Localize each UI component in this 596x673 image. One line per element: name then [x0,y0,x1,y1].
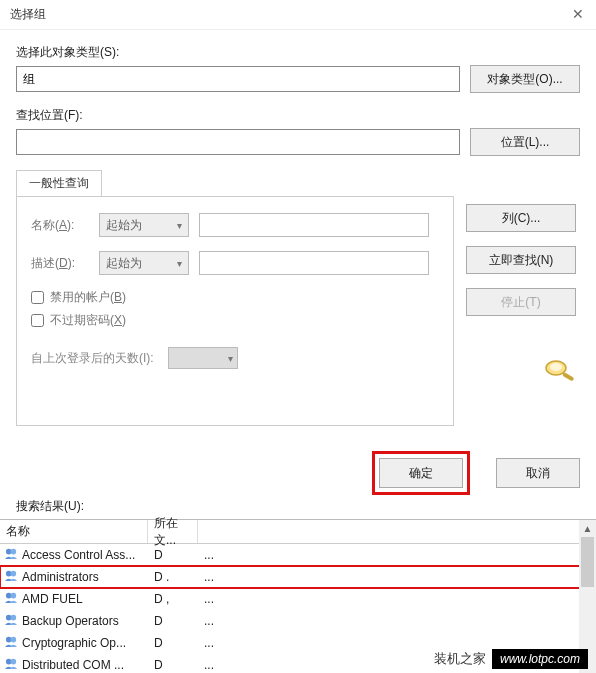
watermark: 装机之家 www.lotpc.com [434,649,588,669]
titlebar: 选择组 ✕ [0,0,596,30]
cell-name: Administrators [0,569,148,585]
cell-dots: ... [198,592,220,606]
group-icon [4,635,19,651]
tab-general-query[interactable]: 一般性查询 [16,170,102,196]
svg-point-4 [11,549,17,555]
find-now-button[interactable]: 立即查找(N) [466,246,576,274]
table-row[interactable]: AdministratorsD .... [0,566,596,588]
name-search-input[interactable] [199,213,429,237]
group-icon [4,591,19,607]
svg-point-12 [11,637,17,643]
desc-match-select[interactable]: 起始为 ▾ [99,251,189,275]
group-icon [4,569,19,585]
cell-dots: ... [198,548,220,562]
column-header-name[interactable]: 名称 [0,520,148,543]
scroll-up-icon[interactable]: ▲ [579,520,596,537]
table-row[interactable]: Backup OperatorsD... [0,610,596,632]
cell-name: Access Control Ass... [0,547,148,563]
svg-point-8 [11,593,17,599]
cell-name: Distributed COM ... [0,657,148,673]
disabled-accounts-checkbox[interactable] [31,291,44,304]
stop-button[interactable]: 停止(T) [466,288,576,316]
svg-point-10 [11,615,17,621]
disabled-accounts-label: 禁用的帐户(B) [50,289,126,306]
object-type-label: 选择此对象类型(S): [16,44,580,61]
chevron-down-icon: ▾ [177,220,182,231]
column-header-folder[interactable]: 所在文... [148,520,198,543]
cell-name: Backup Operators [0,613,148,629]
cell-name: AMD FUEL [0,591,148,607]
name-field-label: 名称(A): [31,217,89,234]
description-search-input[interactable] [199,251,429,275]
cell-folder: D [148,636,198,650]
cell-dots: ... [198,614,220,628]
ok-button[interactable]: 确定 [379,458,463,488]
days-since-logon-select[interactable]: ▾ [168,347,238,369]
svg-point-14 [11,659,17,665]
close-icon[interactable]: ✕ [572,6,584,22]
name-match-select[interactable]: 起始为 ▾ [99,213,189,237]
description-field-label: 描述(D): [31,255,89,272]
locations-button[interactable]: 位置(L)... [470,128,580,156]
object-types-button[interactable]: 对象类型(O)... [470,65,580,93]
watermark-url: www.lotpc.com [492,649,588,669]
ok-highlight-box: 确定 [372,451,470,495]
cell-folder: D . [148,570,198,584]
group-icon [4,657,19,673]
svg-rect-2 [562,372,574,381]
tab-body: 名称(A): 起始为 ▾ 描述(D): 起始为 ▾ [16,196,454,426]
cell-dots: ... [198,658,220,672]
svg-point-1 [550,363,562,371]
columns-button[interactable]: 列(C)... [466,204,576,232]
group-icon [4,547,19,563]
svg-point-6 [11,571,17,577]
cell-folder: D [148,614,198,628]
object-type-input[interactable] [16,66,460,92]
window-title: 选择组 [10,6,46,23]
tabs-header: 一般性查询 [16,170,454,196]
cell-folder: D , [148,592,198,606]
scroll-thumb[interactable] [581,537,594,587]
cell-folder: D [148,548,198,562]
watermark-text: 装机之家 [434,650,486,668]
search-results-label: 搜索结果(U): [0,496,596,519]
days-since-logon-label: 自上次登录后的天数(I): [31,350,154,367]
cell-folder: D [148,658,198,672]
location-input[interactable] [16,129,460,155]
cell-name: Cryptographic Op... [0,635,148,651]
location-label: 查找位置(F): [16,107,580,124]
noexpire-password-label: 不过期密码(X) [50,312,126,329]
noexpire-password-checkbox[interactable] [31,314,44,327]
chevron-down-icon: ▾ [228,353,233,364]
cell-dots: ... [198,570,220,584]
search-icon [540,354,580,387]
cancel-button[interactable]: 取消 [496,458,580,488]
group-icon [4,613,19,629]
table-row[interactable]: AMD FUELD ,... [0,588,596,610]
column-header-blank [198,520,596,543]
table-row[interactable]: Access Control Ass...D... [0,544,596,566]
cell-dots: ... [198,636,220,650]
chevron-down-icon: ▾ [177,258,182,269]
